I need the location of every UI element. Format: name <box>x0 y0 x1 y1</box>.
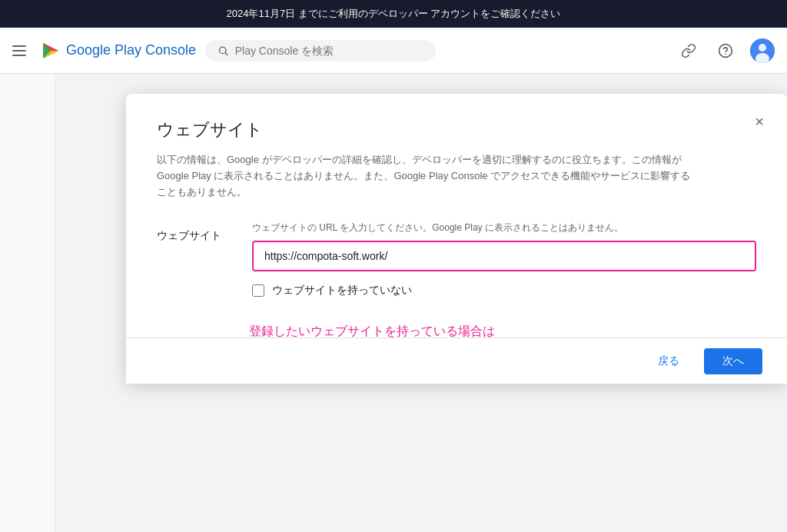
checkbox-row: ウェブサイトを持っていない <box>252 284 756 298</box>
help-icon-btn[interactable] <box>713 38 738 63</box>
form-field-area: ウェブサイトの URL を入力してください。Google Play に表示される… <box>252 221 756 298</box>
search-input[interactable] <box>235 45 423 57</box>
svg-point-9 <box>759 44 766 52</box>
form-label: ウェブサイト <box>157 221 221 243</box>
link-icon <box>681 43 696 58</box>
header-right <box>676 38 775 63</box>
notification-bar: 2024年11月7日 までにご利用のデベロッパー アカウントをご確認ください <box>0 0 787 28</box>
logo-area: Google Play Console <box>40 40 196 62</box>
svg-line-5 <box>225 52 227 55</box>
side-nav-hint <box>0 74 55 532</box>
header: Google Play Console <box>0 28 787 74</box>
link-icon-btn[interactable] <box>676 38 701 63</box>
search-icon <box>218 45 229 57</box>
close-button[interactable]: × <box>747 109 772 134</box>
help-icon <box>718 43 733 58</box>
checkbox-label: ウェブサイトを持っていない <box>272 284 412 298</box>
back-button[interactable]: 戻る <box>646 348 692 374</box>
no-website-checkbox[interactable] <box>252 284 264 297</box>
notification-text: 2024年11月7日 までにご利用のデベロッパー アカウントをご確認ください <box>227 7 561 21</box>
header-left: Google Play Console <box>12 40 676 62</box>
avatar[interactable] <box>750 38 775 63</box>
url-input[interactable] <box>252 241 756 271</box>
app-title: Google Play Console <box>66 42 196 58</box>
modal-footer: 戻る 次へ <box>126 337 787 384</box>
page-content: × ウェブサイト 以下の情報は、Google がデベロッパーの詳細を確認し、デベ… <box>0 74 787 532</box>
modal-dialog: × ウェブサイト 以下の情報は、Google がデベロッパーの詳細を確認し、デベ… <box>126 94 787 384</box>
modal-title: ウェブサイト <box>157 118 756 141</box>
play-logo-icon <box>40 40 61 62</box>
hamburger-menu-icon[interactable] <box>12 42 31 60</box>
search-area[interactable] <box>205 40 436 62</box>
field-hint: ウェブサイトの URL を入力してください。Google Play に表示される… <box>252 221 756 234</box>
svg-point-7 <box>725 53 726 55</box>
next-button[interactable]: 次へ <box>704 348 762 374</box>
modal-description: 以下の情報は、Google がデベロッパーの詳細を確認し、デベロッパーを適切に理… <box>157 152 695 200</box>
form-row: ウェブサイト ウェブサイトの URL を入力してください。Google Play… <box>157 221 756 298</box>
